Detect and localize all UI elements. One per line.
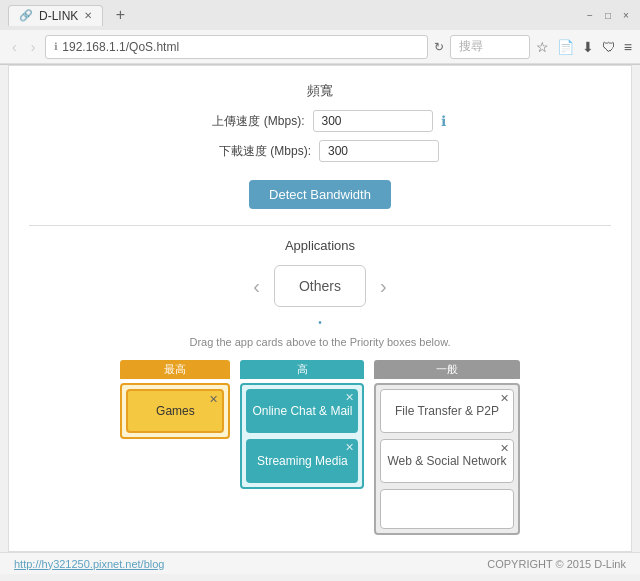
- web-social-card-label: Web & Social Network: [387, 454, 506, 468]
- back-button[interactable]: ‹: [8, 37, 21, 57]
- browser-tab[interactable]: 🔗 D-LINK ✕: [8, 5, 103, 26]
- upload-input[interactable]: [313, 110, 433, 132]
- info-icon[interactable]: ℹ: [441, 113, 446, 129]
- applications-title: Applications: [29, 238, 611, 253]
- divider: [29, 225, 611, 226]
- browser-chrome: 🔗 D-LINK ✕ + − □ × ‹ › ℹ 192.168.1.1/QoS…: [0, 0, 640, 65]
- streaming-card[interactable]: ✕ Streaming Media: [246, 439, 358, 483]
- online-chat-card-close[interactable]: ✕: [345, 391, 354, 404]
- priority-boxes: 最高 ✕ Games 高 ✕ Online Chat & Mail ✕ Stre…: [29, 360, 611, 535]
- bandwidth-section: 頻寬 上傳速度 (Mbps): ℹ 下載速度 (Mbps): Detect Ba…: [29, 82, 611, 209]
- others-card[interactable]: Others: [274, 265, 366, 307]
- bandwidth-title: 頻寬: [29, 82, 611, 100]
- priority-high-column: 最高 ✕ Games: [120, 360, 230, 535]
- games-card-close[interactable]: ✕: [209, 393, 218, 406]
- streaming-card-close[interactable]: ✕: [345, 441, 354, 454]
- empty-card-slot: [380, 489, 513, 529]
- footer-copyright: COPYRIGHT © 2015 D-Link: [487, 558, 626, 570]
- page-content: 頻寬 上傳速度 (Mbps): ℹ 下載速度 (Mbps): Detect Ba…: [8, 65, 632, 552]
- title-bar: 🔗 D-LINK ✕ + − □ ×: [0, 0, 640, 30]
- file-transfer-card-close[interactable]: ✕: [500, 392, 509, 405]
- priority-normal-label: 一般: [374, 360, 519, 379]
- priority-medium-label: 高: [240, 360, 364, 379]
- detect-bandwidth-button[interactable]: Detect Bandwidth: [249, 180, 391, 209]
- upload-label: 上傳速度 (Mbps):: [195, 113, 305, 130]
- carousel-left-arrow[interactable]: ‹: [249, 271, 264, 302]
- online-chat-card[interactable]: ✕ Online Chat & Mail: [246, 389, 358, 433]
- close-button[interactable]: ×: [620, 9, 632, 21]
- games-card-label: Games: [156, 404, 195, 418]
- carousel-dots: •: [29, 317, 611, 328]
- search-box[interactable]: 搜尋: [450, 35, 530, 59]
- streaming-card-label: Streaming Media: [257, 454, 348, 468]
- toolbar-icons: ☆ 📄 ⬇ 🛡 ≡: [536, 39, 632, 55]
- priority-normal-column: 一般 ✕ File Transfer & P2P ✕ Web & Social …: [374, 360, 519, 535]
- download-input[interactable]: [319, 140, 439, 162]
- tab-close-icon[interactable]: ✕: [84, 10, 92, 21]
- footer: http://hy321250.pixnet.net/blog COPYRIGH…: [0, 552, 640, 574]
- web-social-card-close[interactable]: ✕: [500, 442, 509, 455]
- forward-button[interactable]: ›: [27, 37, 40, 57]
- window-controls: − □ ×: [584, 9, 632, 21]
- tab-favicon: 🔗: [19, 9, 33, 22]
- refresh-button[interactable]: ↻: [434, 40, 444, 54]
- priority-high-label: 最高: [120, 360, 230, 379]
- new-tab-button[interactable]: +: [109, 4, 131, 26]
- star-icon[interactable]: ☆: [536, 39, 549, 55]
- carousel-right-arrow[interactable]: ›: [376, 271, 391, 302]
- lock-icon: ℹ: [54, 41, 58, 52]
- url-input[interactable]: ℹ 192.168.1.1/QoS.html: [45, 35, 427, 59]
- title-bar-left: 🔗 D-LINK ✕ +: [8, 4, 131, 26]
- reader-icon[interactable]: 📄: [557, 39, 574, 55]
- menu-icon[interactable]: ≡: [624, 39, 632, 55]
- file-transfer-card[interactable]: ✕ File Transfer & P2P: [380, 389, 513, 433]
- download-label: 下載速度 (Mbps):: [201, 143, 311, 160]
- shield-icon[interactable]: 🛡: [602, 39, 616, 55]
- download-row: 下載速度 (Mbps):: [29, 140, 611, 162]
- carousel-container: ‹ Others ›: [29, 265, 611, 307]
- web-social-card[interactable]: ✕ Web & Social Network: [380, 439, 513, 483]
- url-text: 192.168.1.1/QoS.html: [62, 40, 179, 54]
- tab-title: D-LINK: [39, 9, 78, 23]
- priority-medium-column: 高 ✕ Online Chat & Mail ✕ Streaming Media: [240, 360, 364, 535]
- file-transfer-card-label: File Transfer & P2P: [395, 404, 499, 418]
- minimize-button[interactable]: −: [584, 9, 596, 21]
- upload-row: 上傳速度 (Mbps): ℹ: [29, 110, 611, 132]
- online-chat-card-label: Online Chat & Mail: [252, 404, 352, 418]
- drag-hint: Drag the app cards above to the Priority…: [29, 336, 611, 348]
- download-icon[interactable]: ⬇: [582, 39, 594, 55]
- footer-link[interactable]: http://hy321250.pixnet.net/blog: [14, 558, 164, 570]
- games-card[interactable]: ✕ Games: [126, 389, 224, 433]
- address-bar: ‹ › ℹ 192.168.1.1/QoS.html ↻ 搜尋 ☆ 📄 ⬇ 🛡 …: [0, 30, 640, 64]
- search-placeholder: 搜尋: [459, 38, 483, 55]
- maximize-button[interactable]: □: [602, 9, 614, 21]
